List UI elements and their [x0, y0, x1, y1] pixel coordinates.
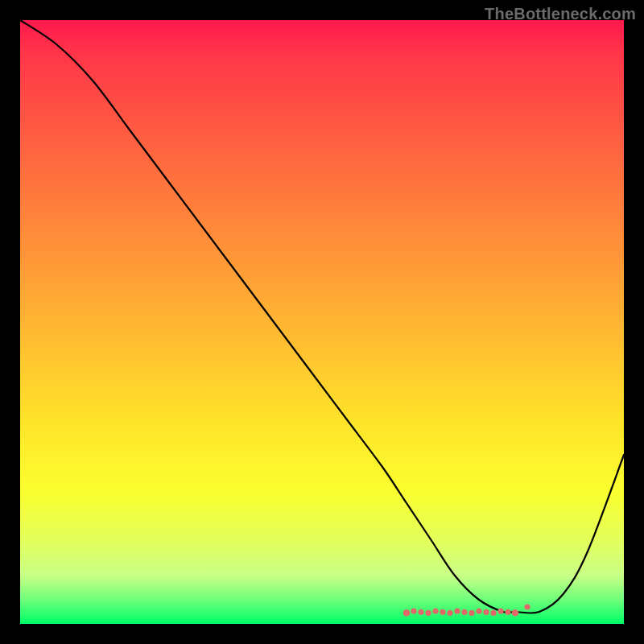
optimal-band-markers: [403, 604, 530, 616]
optimal-marker: [454, 609, 460, 614]
chart-frame: TheBottleneck.com: [0, 0, 644, 644]
watermark-text: TheBottleneck.com: [485, 5, 636, 23]
optimal-marker: [411, 609, 416, 614]
optimal-marker: [461, 609, 467, 615]
optimal-marker: [425, 610, 431, 616]
optimal-marker: [432, 609, 438, 614]
optimal-marker: [497, 609, 503, 614]
optimal-marker: [505, 609, 510, 615]
curve-layer: [20, 20, 624, 624]
optimal-marker: [483, 609, 489, 615]
plot-area: [20, 20, 624, 624]
bottleneck-curve: [20, 20, 624, 613]
optimal-marker: [524, 604, 530, 609]
optimal-marker: [447, 610, 452, 616]
optimal-marker: [440, 609, 445, 615]
optimal-marker: [403, 609, 410, 616]
optimal-marker: [512, 609, 518, 616]
optimal-marker: [490, 610, 496, 616]
optimal-marker: [476, 609, 481, 614]
optimal-marker: [469, 610, 474, 616]
optimal-marker: [418, 609, 423, 615]
